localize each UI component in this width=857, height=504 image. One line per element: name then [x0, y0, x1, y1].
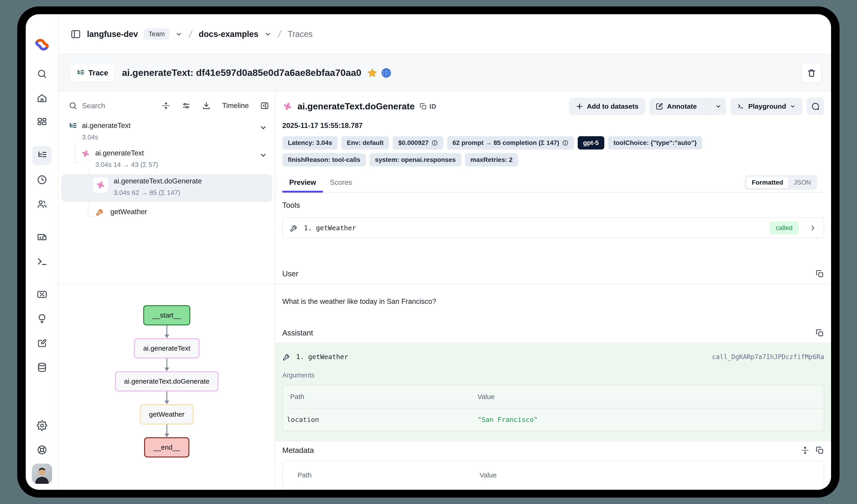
button-divider — [706, 98, 707, 115]
expand-vertical-icon[interactable] — [801, 446, 809, 455]
tree-toolbar: Search Timeline — [58, 96, 275, 116]
tree-node-label[interactable]: ai.generateText — [95, 149, 144, 157]
support-lifebuoy-icon[interactable] — [32, 440, 52, 459]
detail-tabs: Preview Scores Formatted JSON — [282, 175, 824, 193]
annotate-button[interactable]: Annotate — [650, 98, 703, 115]
argument-path: location — [283, 416, 477, 423]
tracing-icon[interactable] — [32, 146, 52, 165]
chevron-down-icon[interactable] — [175, 31, 182, 38]
graph-node-getweather[interactable]: getWeather — [140, 404, 194, 424]
observation-tree-panel: Search Timeline ai.ge — [58, 92, 275, 490]
tokens-badge[interactable]: 62 prompt → 85 completion (Σ 147) — [447, 136, 574, 150]
annotate-split-button[interactable]: Annotate — [650, 98, 726, 115]
generation-span-icon — [282, 101, 293, 112]
trace-type-badge: Trace — [70, 64, 114, 82]
column-path: Path — [290, 471, 480, 489]
copy-icon[interactable] — [816, 270, 824, 278]
breadcrumb-page[interactable]: Traces — [288, 29, 313, 39]
arguments-table: Path Value location "San Francisco" — [282, 385, 824, 431]
playground-terminal-icon[interactable] — [32, 252, 52, 271]
tree-node-meta: 3.04s 14 → 43 (Σ 57) — [95, 161, 158, 169]
trace-badge-label: Trace — [88, 69, 108, 77]
app-frame: langfuse-dev Team / docs-examples / Trac… — [17, 6, 840, 498]
collapse-panel-icon[interactable] — [260, 101, 269, 110]
evals-lightbulb-icon[interactable] — [32, 309, 52, 328]
public-globe-icon[interactable] — [381, 68, 391, 78]
observation-timestamp: 2025-11-17 15:55:18.787 — [282, 122, 824, 130]
tool-name: 1. getWeather — [304, 224, 356, 232]
dashboard-icon[interactable] — [32, 113, 52, 132]
view-mode-toggle: Formatted JSON — [745, 175, 817, 190]
sidebar-toggle-icon[interactable] — [70, 29, 81, 39]
home-icon[interactable] — [32, 88, 52, 108]
sessions-clock-icon[interactable] — [32, 170, 52, 189]
search-icon[interactable] — [32, 64, 52, 84]
download-icon[interactable] — [202, 101, 211, 110]
generation-span-icon — [81, 149, 91, 159]
breadcrumb-project[interactable]: langfuse-dev — [87, 29, 138, 39]
chevron-down-icon[interactable] — [259, 124, 267, 132]
chevron-down-icon[interactable] — [259, 151, 267, 159]
tool-definition-row[interactable]: 1. getWeather called — [282, 218, 824, 238]
prompts-file-icon[interactable] — [32, 227, 52, 247]
id-label: ID — [430, 103, 437, 110]
maxretries-badge: maxRetries: 2 — [465, 153, 518, 167]
user-section-heading: User — [275, 270, 831, 278]
graph-edge-arrow — [165, 392, 169, 404]
add-to-datasets-button[interactable]: Add to datasets — [569, 98, 645, 115]
tool-call-panel: 1. getWeather call_DgKARp7a7IhJPDczfifMp… — [275, 343, 831, 441]
tab-scores[interactable]: Scores — [323, 178, 359, 192]
observation-detail-panel: ai.generateText.doGenerate ID Add to dat… — [275, 92, 831, 490]
info-icon — [562, 140, 569, 146]
settings-gear-icon[interactable] — [32, 416, 52, 435]
graph-node-end[interactable]: __end__ — [144, 437, 189, 457]
comments-button[interactable] — [807, 98, 824, 115]
chevron-down-icon — [790, 103, 796, 109]
json-toggle[interactable]: JSON — [789, 177, 816, 189]
playground-button[interactable]: Playground — [730, 98, 803, 115]
delete-trace-button[interactable] — [801, 63, 822, 83]
copy-id-button[interactable]: ID — [419, 103, 437, 110]
filter-settings-icon[interactable] — [182, 101, 190, 110]
graph-node-generatetext[interactable]: ai.generateText — [134, 338, 199, 359]
info-icon — [432, 140, 438, 146]
tab-preview[interactable]: Preview — [282, 178, 323, 192]
copy-icon[interactable] — [816, 446, 824, 455]
collapse-all-icon[interactable] — [162, 101, 170, 110]
search-input[interactable]: Search — [82, 102, 105, 110]
graph-node-start[interactable]: __start__ — [143, 305, 190, 325]
assistant-section-heading: Assistant — [275, 329, 831, 337]
tool-call-name: 1. getWeather — [296, 353, 348, 361]
column-value: Value — [480, 471, 817, 489]
search-icon[interactable] — [69, 101, 77, 110]
tool-wrench-icon — [95, 207, 105, 217]
generation-span-icon — [93, 177, 108, 193]
annotation-icon[interactable] — [32, 333, 52, 353]
env-badge: Env: default — [341, 136, 389, 150]
agent-graph: __start__ ai.generateText ai.generateTex… — [58, 284, 275, 490]
tree-node-label[interactable]: ai.generateText.doGenerate — [114, 177, 202, 185]
breadcrumb-environment[interactable]: docs-examples — [199, 29, 258, 39]
annotate-dropdown-button[interactable] — [710, 98, 726, 115]
cost-badge[interactable]: $0.000927 — [393, 136, 443, 150]
project-plan-badge: Team — [144, 29, 169, 40]
bookmark-star-icon[interactable] — [367, 68, 377, 78]
langfuse-logo-icon — [34, 37, 50, 52]
users-icon[interactable] — [32, 194, 52, 214]
tool-wrench-icon — [290, 223, 299, 232]
user-avatar[interactable] — [32, 464, 52, 484]
tree-node-label[interactable]: getWeather — [111, 208, 147, 216]
copy-icon[interactable] — [816, 329, 824, 337]
graph-node-dogenerate[interactable]: ai.generateText.doGenerate — [115, 371, 219, 392]
datasets-database-icon[interactable] — [32, 358, 52, 377]
chevron-down-icon[interactable] — [264, 31, 271, 38]
tree-node-label[interactable]: ai.generateText — [82, 122, 131, 130]
scores-icon[interactable] — [32, 285, 52, 304]
timeline-toggle[interactable]: Timeline — [222, 102, 249, 110]
chevron-right-icon[interactable] — [809, 224, 817, 232]
model-badge[interactable]: gpt-5 — [578, 136, 604, 150]
formatted-toggle[interactable]: Formatted — [746, 177, 789, 189]
edit-pencil-icon — [655, 103, 663, 110]
app-window: langfuse-dev Team / docs-examples / Trac… — [26, 14, 831, 490]
arguments-table-header: Path Value — [283, 385, 824, 409]
